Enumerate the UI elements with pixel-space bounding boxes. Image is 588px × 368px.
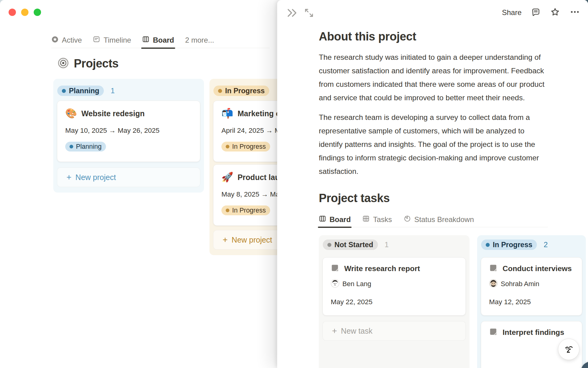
status-dot: [70, 145, 73, 148]
assignee-row: Ben Lang: [331, 279, 458, 289]
avatar-ben-lang: [331, 279, 339, 289]
page-actions: Share: [502, 7, 580, 18]
column-header: Planning 1: [57, 86, 200, 96]
tab-label: Tasks: [373, 215, 392, 224]
task-card-conduct-interviews[interactable]: Conduct interviews Sohrab Amin May 12, 2…: [481, 257, 582, 316]
tab-tasks-view[interactable]: Tasks: [362, 212, 392, 227]
tab-label: Board: [153, 36, 174, 44]
collapse-peek-icon[interactable]: [286, 8, 299, 19]
column-count: 2: [544, 240, 548, 249]
project-card-website-redesign[interactable]: 🎨 Website redesign May 10, 2025 → May 26…: [57, 101, 200, 162]
tab-status-breakdown-view[interactable]: Status Breakdown: [404, 212, 474, 227]
card-date-range: May 10, 2025 → May 26, 2025: [65, 127, 192, 135]
ai-face-icon: [562, 343, 575, 356]
page-icon: [331, 264, 339, 273]
side-peek-panel: Share About this project The research st…: [277, 0, 588, 368]
tab-more-views[interactable]: 2 more...: [185, 33, 214, 48]
peek-controls: [286, 7, 315, 20]
task-date: May 12, 2025: [489, 298, 574, 306]
tab-active-view[interactable]: Active: [51, 33, 82, 48]
tab-label: 2 more...: [185, 36, 214, 44]
board-icon: [142, 36, 149, 45]
project-tasks-heading: Project tasks: [319, 192, 548, 205]
new-task-button[interactable]: + New task: [322, 321, 466, 341]
status-dot: [226, 145, 229, 148]
plus-icon: +: [332, 327, 337, 335]
status-dot: [218, 89, 222, 93]
about-paragraph-2: The research team is developing a survey…: [319, 111, 548, 178]
page-title[interactable]: Projects: [74, 57, 119, 70]
task-card-write-research-report[interactable]: Write research report Ben Lang May 22, 2…: [322, 257, 466, 316]
expand-page-icon[interactable]: [303, 7, 315, 20]
task-title: Write research report: [344, 264, 420, 273]
zoom-window-button[interactable]: [34, 9, 41, 16]
window-controls: [9, 9, 41, 16]
tab-timeline-view[interactable]: Timeline: [93, 33, 131, 48]
tasks-view-tabs: Board Tasks Status Breakdown: [319, 212, 548, 227]
plus-icon: +: [223, 236, 228, 244]
star-badge-icon: [51, 36, 58, 45]
page-icon: [489, 328, 497, 337]
target-icon: [58, 57, 69, 70]
pie-chart-icon: [404, 215, 411, 224]
share-button[interactable]: Share: [502, 8, 522, 17]
column-header: Not Started 1: [323, 240, 466, 250]
assignee-row: Sohrab Amin: [489, 279, 574, 289]
card-title: Website redesign: [81, 109, 145, 118]
tab-board-view[interactable]: Board: [142, 33, 174, 48]
status-pill-planning[interactable]: Planning: [57, 86, 104, 96]
favorite-star-icon[interactable]: [550, 7, 560, 18]
table-icon: [362, 215, 370, 224]
column-header: In Progress 2: [481, 240, 582, 250]
avatar-sohrab-amin: [489, 279, 498, 289]
task-column-not-started: Not Started 1 Write research report: [319, 235, 469, 368]
palette-emoji-icon: 🎨: [65, 108, 77, 119]
about-paragraph-1: The research study was initiated to gain…: [319, 51, 548, 105]
board-column-planning: Planning 1 🎨 Website redesign May 10, 20…: [53, 79, 204, 193]
task-date: May 22, 2025: [331, 298, 458, 306]
column-count: 1: [385, 240, 389, 249]
page-icon: [489, 264, 497, 273]
tab-label: Status Breakdown: [414, 215, 474, 224]
timeline-icon: [93, 36, 100, 45]
tasks-board: Not Started 1 Write research report: [319, 235, 588, 368]
close-window-button[interactable]: [9, 9, 16, 16]
rocket-emoji-icon: 🚀: [221, 172, 233, 182]
tab-label: Timeline: [104, 36, 131, 44]
column-count: 1: [111, 86, 115, 95]
mailbox-emoji-icon: 📬: [221, 108, 233, 119]
comments-icon[interactable]: [531, 7, 541, 18]
card-status-tag: In Progress: [221, 205, 270, 215]
task-title: Interpret findings: [503, 328, 564, 337]
status-dot: [226, 209, 229, 212]
tab-board-view[interactable]: Board: [319, 212, 351, 227]
assignee-name: Sohrab Amin: [501, 280, 539, 288]
about-heading: About this project: [319, 30, 548, 43]
card-title: Product lau: [238, 173, 280, 182]
minimize-window-button[interactable]: [21, 9, 28, 16]
assignee-name: Ben Lang: [342, 280, 371, 288]
status-pill-not-started[interactable]: Not Started: [323, 240, 378, 250]
plus-icon: +: [66, 173, 71, 182]
card-status-tag: Planning: [65, 142, 106, 151]
status-pill-in-progress[interactable]: In Progress: [481, 240, 537, 250]
card-title: Marketing c: [238, 109, 280, 118]
projects-view-tabs: Active Timeline Board 2 more...: [51, 33, 270, 48]
peek-content: About this project The research study wa…: [319, 26, 548, 368]
page-title-row: Projects: [58, 57, 119, 70]
status-dot: [486, 243, 490, 247]
new-project-button[interactable]: + New project: [57, 167, 200, 187]
board-icon: [319, 215, 326, 224]
notion-ai-button[interactable]: [558, 339, 579, 360]
status-dot: [327, 243, 331, 247]
tab-label: Active: [62, 36, 82, 44]
more-options-icon[interactable]: [570, 7, 580, 18]
status-pill-in-progress[interactable]: In Progress: [213, 86, 269, 96]
task-title: Conduct interviews: [503, 264, 572, 273]
status-dot: [62, 89, 66, 93]
tab-label: Board: [330, 215, 351, 224]
notion-window: Active Timeline Board 2 more... Projects…: [0, 0, 588, 368]
card-status-tag: In Progress: [221, 142, 270, 151]
